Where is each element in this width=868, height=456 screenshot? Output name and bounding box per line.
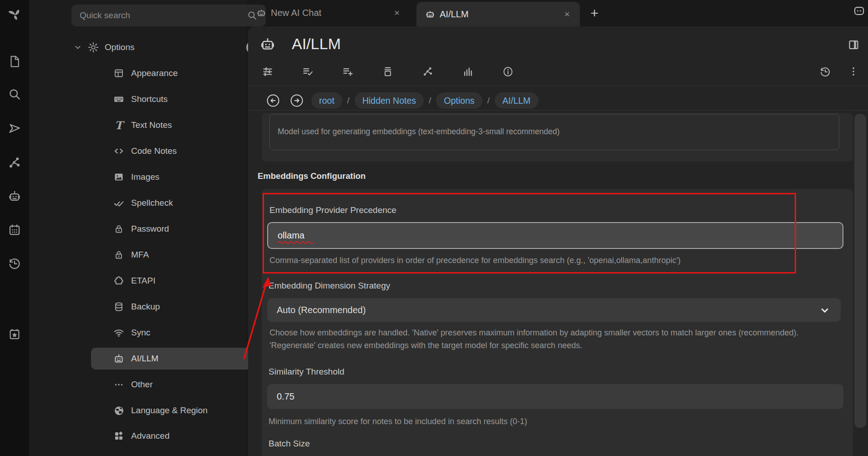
tree-item-label: Advanced xyxy=(131,431,170,441)
ribbon-basic-properties-icon[interactable] xyxy=(302,66,314,77)
close-tab-icon[interactable]: × xyxy=(563,8,572,20)
quick-search-placeholder: Quick search xyxy=(80,10,247,20)
breadcrumb-options[interactable]: Options xyxy=(436,92,482,109)
robot-icon xyxy=(425,9,436,20)
new-tab-button[interactable]: + xyxy=(587,6,602,20)
chevron-down-icon xyxy=(819,304,831,316)
ribbon-note-map-icon[interactable] xyxy=(422,66,434,77)
robot-icon xyxy=(112,352,126,365)
ribbon-owned-attributes-icon[interactable] xyxy=(342,66,354,77)
recent-changes-icon[interactable] xyxy=(7,256,22,271)
tree-item-language-region[interactable]: Language & Region xyxy=(112,400,208,421)
field-label-dimension-strategy: Embedding Dimension Strategy xyxy=(269,281,390,291)
tree-item-spellcheck[interactable]: Spellcheck xyxy=(112,192,173,214)
info-circle-icon[interactable] xyxy=(502,66,514,77)
tree-item-shortcuts[interactable]: Shortcuts xyxy=(112,88,168,110)
lock-icon xyxy=(112,248,126,262)
spellcheck-icon xyxy=(112,196,126,210)
scrollbar-thumb[interactable] xyxy=(854,114,866,428)
annotation-red-box xyxy=(263,193,796,274)
tree-item-label: AI/LLM xyxy=(131,354,158,364)
history-back-button[interactable] xyxy=(267,94,279,107)
tab-ai-llm[interactable]: AI/LLM × xyxy=(416,2,580,26)
tree-item-label: Sync xyxy=(131,328,150,338)
tree-item-label: Options xyxy=(105,42,134,52)
input-value: 0.75 xyxy=(277,391,294,402)
tree-item-label: MFA xyxy=(131,250,149,260)
section-heading: Embeddings Configuration xyxy=(258,171,365,181)
new-note-icon[interactable] xyxy=(7,54,22,69)
ribbon-note-paths-icon[interactable] xyxy=(382,66,394,77)
history-forward-button[interactable] xyxy=(290,94,303,107)
select-value: Auto (Recommended) xyxy=(277,305,366,315)
tree-item-other[interactable]: Other xyxy=(112,374,153,395)
similarity-threshold-input[interactable]: 0.75 xyxy=(267,384,843,409)
kebab-menu-icon[interactable] xyxy=(848,66,859,77)
tree-item-label: Other xyxy=(131,380,153,390)
tree-item-label: Images xyxy=(131,172,159,182)
field-description: Minimum similarity score for notes to be… xyxy=(269,415,527,428)
tree-item-advanced[interactable]: Advanced xyxy=(112,425,170,447)
tree-item-sync[interactable]: Sync xyxy=(112,322,150,344)
tree-item-code-notes[interactable]: Code Notes xyxy=(112,140,177,162)
tree-item-etapi[interactable]: ETAPI xyxy=(112,270,156,292)
code-icon xyxy=(112,144,126,158)
embedding-model-description: Model used for generating embeddings (te… xyxy=(278,127,560,137)
tree-item-images[interactable]: Images xyxy=(112,166,159,188)
search-icon[interactable] xyxy=(7,86,22,102)
breadcrumb-hidden-notes[interactable]: Hidden Notes xyxy=(355,92,424,109)
tree-item-appearance[interactable]: Appearance xyxy=(112,62,178,84)
ai-chat-icon[interactable] xyxy=(7,188,22,204)
tree-item-text-notes[interactable]: T Text Notes xyxy=(112,114,172,136)
chevron-down-icon[interactable] xyxy=(73,41,83,54)
keyboard-icon xyxy=(112,92,126,106)
bookmark-day-icon[interactable] xyxy=(7,326,22,342)
divider xyxy=(248,110,868,111)
ribbon-settings-icon[interactable] xyxy=(262,66,274,77)
tree-item-ai-llm[interactable]: AI/LLM xyxy=(112,348,158,370)
tree-item-password[interactable]: Password xyxy=(112,218,169,240)
breadcrumb-ai-llm[interactable]: AI/LLM xyxy=(495,92,538,109)
note-title[interactable]: AI/LLM xyxy=(292,35,341,53)
note-map-icon[interactable] xyxy=(7,155,22,170)
close-tab-icon[interactable]: × xyxy=(392,6,401,19)
tree-item-label: Appearance xyxy=(131,68,178,78)
tree-item-label: Text Notes xyxy=(131,120,172,130)
launcher-bar xyxy=(0,0,29,456)
field-label-similarity-threshold: Similarity Threshold xyxy=(269,367,344,377)
ribbon-note-info-icon[interactable] xyxy=(462,66,474,77)
tree-item-label: Backup xyxy=(131,302,160,312)
globe-icon xyxy=(112,404,126,417)
breadcrumb-separator: / xyxy=(429,96,431,106)
chat-bubble-icon[interactable] xyxy=(853,5,865,17)
app-window: Quick search Options Appearance Sh xyxy=(0,0,868,456)
robot-icon xyxy=(259,36,276,52)
database-icon xyxy=(112,300,126,314)
grid-icon xyxy=(112,429,126,443)
breadcrumb-root[interactable]: root xyxy=(311,92,342,109)
dimension-strategy-select[interactable]: Auto (Recommended) xyxy=(267,298,841,322)
tree-item-label: Spellcheck xyxy=(131,198,173,208)
tree-item-options[interactable]: Options xyxy=(73,36,134,58)
field-label-batch-size: Batch Size xyxy=(269,439,310,449)
note-tree-panel: Quick search Options Appearance Sh xyxy=(29,0,246,456)
calendar-icon[interactable] xyxy=(7,222,22,238)
wifi-icon xyxy=(112,326,126,339)
field-description: Choose how embeddings are handled. 'Nati… xyxy=(269,326,834,352)
divider xyxy=(248,86,868,86)
quick-search-input[interactable]: Quick search xyxy=(71,5,266,26)
tab-new-ai-chat[interactable]: New AI Chat × xyxy=(253,0,404,25)
breadcrumb-separator: / xyxy=(347,96,350,106)
tab-label: AI/LLM xyxy=(440,9,563,20)
trilium-logo-icon xyxy=(7,7,22,23)
tree-item-label: Code Notes xyxy=(131,146,177,156)
appearance-icon xyxy=(112,66,126,80)
note-revisions-icon[interactable] xyxy=(819,66,831,77)
tree-item-mfa[interactable]: MFA xyxy=(112,244,149,266)
tab-label: New AI Chat xyxy=(271,8,392,18)
gear-icon xyxy=(86,41,100,54)
tree-item-backup[interactable]: Backup xyxy=(112,296,160,318)
robot-icon xyxy=(256,7,267,18)
toggle-right-pane-icon[interactable] xyxy=(848,39,860,51)
jump-to-note-icon[interactable] xyxy=(7,121,22,136)
